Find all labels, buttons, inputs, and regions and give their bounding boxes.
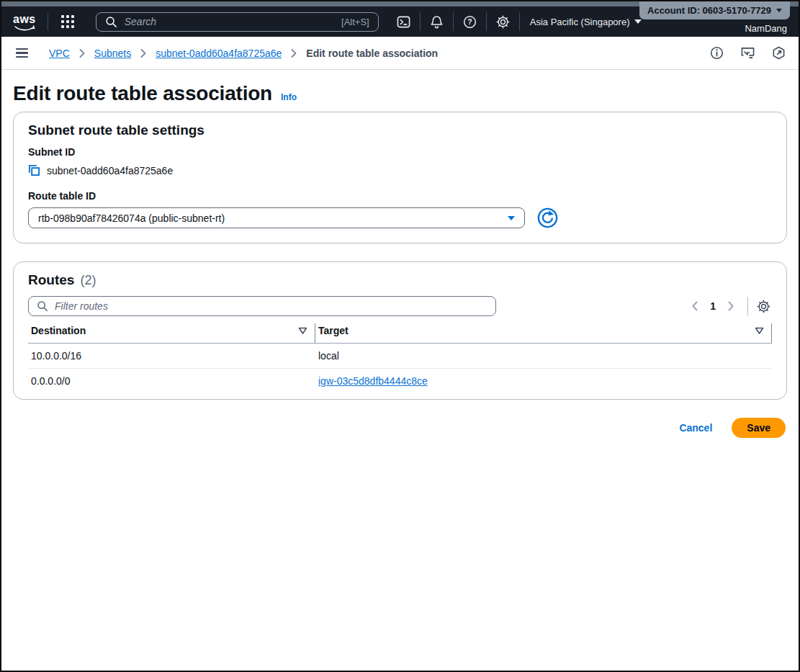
current-page-number[interactable]: 1 [704, 300, 722, 312]
search-icon [37, 300, 48, 312]
services-grid-icon[interactable] [58, 12, 77, 31]
table-row: 0.0.0.0/0 igw-03c5d8dfb4444c8ce [28, 369, 772, 393]
cloudshell-icon[interactable] [387, 15, 420, 29]
aws-smile-icon [14, 25, 35, 32]
search-input[interactable] [125, 16, 341, 27]
table-row: 10.0.0.0/16 local [28, 344, 772, 369]
breadcrumb: VPC Subnets subnet-0add60a4fa8725a6e Edi… [49, 48, 438, 59]
cell-target: igw-03c5d8dfb4444c8ce [315, 369, 772, 393]
save-button[interactable]: Save [732, 418, 786, 438]
aws-logo-text: aws [13, 14, 36, 25]
table-preferences-gear-icon[interactable] [755, 298, 772, 315]
cancel-button[interactable]: Cancel [679, 422, 712, 434]
cell-destination: 10.0.0.0/16 [28, 344, 315, 368]
previous-page-icon[interactable] [686, 298, 704, 314]
route-table-selected-value: rtb-098b90af78426074a (public-subnet-rt) [38, 212, 225, 224]
route-table-select[interactable]: rtb-098b90af78426074a (public-subnet-rt) [28, 207, 525, 228]
aws-logo[interactable]: aws [13, 14, 36, 32]
global-search[interactable]: [Alt+S] [96, 12, 379, 32]
copy-icon[interactable] [28, 164, 40, 176]
table-header-row: Destination Target [28, 323, 772, 344]
search-shortcut-hint: [Alt+S] [341, 17, 369, 27]
cell-destination: 0.0.0.0/0 [28, 369, 315, 393]
routes-count: (2) [80, 273, 96, 288]
subnet-id-label: Subnet ID [28, 146, 772, 158]
routes-toolbar-right: 1 [686, 297, 772, 315]
route-table-id-label: Route table ID [28, 190, 772, 202]
column-header-label: Target [318, 325, 349, 336]
nav-icon-group: ? [387, 12, 520, 31]
nav-separator [519, 12, 520, 31]
svg-text:?: ? [467, 18, 472, 26]
routes-filter-input[interactable] [55, 300, 487, 312]
user-name: NamDang [745, 23, 787, 34]
breadcrumb-link-subnet-id[interactable]: subnet-0add60a4fa8725a6e [156, 48, 282, 59]
form-actions: Cancel Save [13, 418, 787, 438]
column-filter-icon[interactable] [298, 327, 307, 335]
refresh-icon[interactable] [537, 207, 558, 228]
breadcrumb-actions [710, 46, 786, 60]
routes-filter[interactable] [28, 296, 496, 316]
breadcrumb-current: Edit route table association [306, 48, 438, 59]
region-label: Asia Pacific (Singapore) [530, 17, 630, 27]
next-page-icon[interactable] [722, 298, 740, 314]
subnet-settings-card: Subnet route table settings Subnet ID su… [13, 112, 787, 243]
region-selector[interactable]: Asia Pacific (Singapore) [530, 17, 642, 27]
routes-card-header: Routes (2) [28, 272, 772, 288]
breadcrumb-link-vpc[interactable]: VPC [49, 48, 70, 59]
subnet-id-value-row: subnet-0add60a4fa8725a6e [28, 164, 772, 176]
whats-new-hexagon-icon[interactable] [772, 46, 786, 60]
breadcrumb-link-subnets[interactable]: Subnets [94, 48, 131, 59]
settings-gear-icon[interactable] [487, 15, 519, 29]
toolbar-divider [747, 297, 748, 315]
info-link[interactable]: Info [281, 92, 297, 102]
column-header-label: Destination [31, 325, 86, 336]
select-caret-icon [508, 216, 515, 220]
nav-divider [48, 13, 48, 30]
search-icon [105, 16, 117, 28]
help-icon[interactable]: ? [454, 15, 486, 29]
routes-card: Routes (2) 1 [13, 261, 787, 400]
routes-table: Destination Target 10.0.0.0/16 loca [28, 323, 772, 393]
cell-target: local [315, 344, 772, 368]
breadcrumb-bar: VPC Subnets subnet-0add60a4fa8725a6e Edi… [1, 37, 799, 70]
breadcrumb-chevron-icon [140, 49, 146, 58]
breadcrumb-chevron-icon [291, 49, 297, 58]
routes-card-title: Routes [28, 272, 74, 288]
info-panel-icon[interactable] [710, 46, 724, 60]
column-header-target[interactable]: Target [315, 323, 772, 343]
subnet-id-value: subnet-0add60a4fa8725a6e [47, 165, 173, 176]
settings-card-title: Subnet route table settings [28, 122, 772, 138]
aws-console-window: aws [Alt+S] [0, 0, 800, 672]
chevron-down-icon [634, 19, 642, 24]
routes-toolbar: 1 [28, 296, 772, 316]
column-filter-icon[interactable] [755, 327, 764, 335]
breadcrumb-chevron-icon [79, 49, 85, 58]
notifications-bell-icon[interactable] [421, 15, 453, 29]
igw-link[interactable]: igw-03c5d8dfb4444c8ce [318, 375, 428, 387]
page-title: Edit route table association [13, 82, 272, 105]
sidebar-menu-icon[interactable] [14, 46, 30, 61]
account-id-badge[interactable]: Account ID: 0603-5170-7729 [639, 1, 790, 19]
account-id-label: Account ID: 0603-5170-7729 [647, 5, 771, 16]
route-table-select-row: rtb-098b90af78426074a (public-subnet-rt) [28, 207, 772, 228]
column-header-destination[interactable]: Destination [28, 323, 315, 343]
page-content: Edit route table association Info Subnet… [1, 82, 799, 438]
tutorials-screen-icon[interactable] [740, 46, 755, 60]
page-header: Edit route table association Info [13, 82, 787, 105]
chevron-down-icon [776, 9, 782, 12]
